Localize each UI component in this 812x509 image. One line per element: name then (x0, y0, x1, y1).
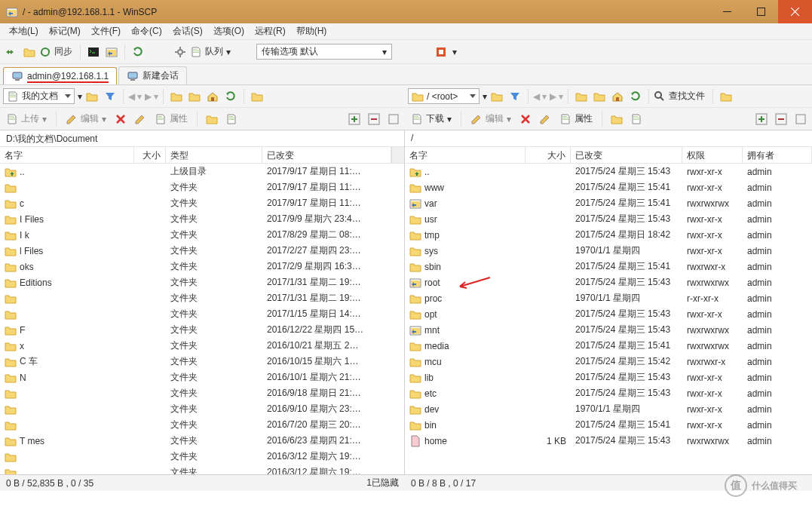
table-row[interactable]: media2017/5/24 星期三 15:41rwxrwxrwxadmin (405, 338, 812, 354)
table-row[interactable]: F文件夹2016/12/22 星期四 15… (0, 322, 404, 338)
col-name[interactable]: 名字 (0, 147, 134, 163)
remote-edit-button[interactable]: 编辑▾ (467, 111, 514, 127)
remote-drive-combo[interactable]: / <root> (408, 88, 480, 104)
remote-newfolder-button[interactable] (608, 111, 625, 127)
table-row[interactable]: 文件夹2016/7/20 星期三 20:… (0, 417, 404, 433)
remote-props-button[interactable]: 属性 (556, 111, 596, 127)
table-row[interactable]: mcu2017/5/24 星期三 15:42rwxrwxr-xadmin (405, 354, 812, 369)
download-button[interactable]: 下载▾ (408, 111, 455, 127)
remote-rename-button[interactable] (537, 111, 553, 127)
disconnect-button[interactable] (433, 44, 449, 60)
table-row[interactable]: 文件夹2016/3/12 星期六 19:… (0, 465, 404, 474)
table-row[interactable]: C 车文件夹2016/10/15 星期六 1… (0, 354, 404, 369)
table-row[interactable]: 文件夹2017/1/15 星期日 14:… (0, 306, 404, 322)
local-rename-button[interactable] (132, 111, 149, 127)
local-home-button[interactable] (204, 88, 221, 105)
remote-root-button[interactable] (591, 88, 608, 105)
table-row[interactable]: 文件夹2017/9/17 星期日 11:… (0, 179, 404, 195)
col-changed[interactable]: 已改变 (262, 147, 391, 163)
col-changed[interactable]: 已改变 (571, 147, 682, 163)
col-type[interactable]: 类型 (166, 147, 262, 163)
table-row[interactable]: tmp2017/5/24 星期日 18:42rwxr-xr-xadmin (405, 227, 812, 243)
transfer-settings-combo[interactable]: 传输选项 默认▾ (256, 44, 392, 60)
remote-collapse-button[interactable] (773, 111, 789, 127)
console-button[interactable] (85, 44, 102, 60)
table-row[interactable]: www2017/5/24 星期三 15:41rwxr-xr-xadmin (405, 179, 812, 195)
table-row[interactable]: ..2017/5/24 星期三 15:43rwxr-xr-xadmin (405, 164, 812, 179)
maximize-button[interactable] (744, 0, 778, 23)
table-row[interactable]: sbin2017/5/24 星期三 15:41rwxrwxr-xadmin (405, 259, 812, 274)
local-select-button[interactable] (385, 111, 402, 127)
compare-button[interactable] (3, 44, 20, 60)
col-owner[interactable]: 拥有者 (743, 147, 812, 163)
menu-remote[interactable]: 远程(R) (250, 23, 290, 39)
remote-delete-button[interactable] (517, 111, 534, 127)
col-name[interactable]: 名字 (405, 147, 526, 163)
menu-help[interactable]: 帮助(H) (292, 23, 332, 39)
local-path[interactable]: D:\我的文档\Document (0, 130, 404, 147)
menu-file[interactable]: 文件(F) (87, 23, 125, 39)
table-row[interactable]: home1 KB2017/5/24 星期三 15:43rwxrwxrwxadmi… (405, 433, 812, 449)
table-row[interactable]: lib2017/5/24 星期三 15:43rwxr-xr-xadmin (405, 369, 812, 385)
table-row[interactable]: T mes文件夹2016/6/23 星期四 21:… (0, 433, 404, 449)
remote-path[interactable]: / (405, 130, 812, 147)
sync-button[interactable]: 同步 (39, 45, 75, 58)
remote-home-button[interactable] (609, 88, 626, 105)
remote-refresh-button[interactable] (627, 88, 644, 105)
sync-folders-button[interactable] (21, 44, 38, 60)
col-size[interactable]: 大小 (526, 147, 571, 163)
table-row[interactable]: root2017/5/24 星期三 15:43rwxrwxrwxadmin (405, 274, 812, 290)
menu-options[interactable]: 选项(O) (209, 23, 249, 39)
remote-file-list[interactable]: ..2017/5/24 星期三 15:43rwxr-xr-xadminwww20… (405, 164, 812, 474)
local-expand-button[interactable] (346, 111, 363, 127)
settings-button[interactable] (172, 44, 188, 60)
close-button[interactable] (778, 0, 812, 23)
local-refresh-button[interactable] (222, 88, 239, 105)
local-parent-button[interactable] (168, 88, 185, 105)
table-row[interactable]: l Files文件夹2017/2/27 星期四 23:… (0, 243, 404, 259)
local-drive-combo[interactable]: 我的文档 (3, 88, 75, 104)
remote-select-button[interactable] (792, 111, 809, 127)
table-row[interactable]: sys1970/1/1 星期四rwxr-xr-xadmin (405, 243, 812, 259)
local-back-button[interactable] (84, 88, 100, 105)
col-perm[interactable]: 权限 (682, 147, 743, 163)
new-session-tab[interactable]: 新建会话 (118, 66, 187, 84)
minimize-button[interactable] (710, 0, 744, 23)
table-row[interactable]: opt2017/5/24 星期三 15:43rwxr-xr-xadmin (405, 306, 812, 322)
local-delete-button[interactable] (112, 111, 129, 127)
col-size[interactable]: 大小 (134, 147, 166, 163)
table-row[interactable]: dev1970/1/1 星期四rwxr-xr-xadmin (405, 401, 812, 417)
table-row[interactable]: ..上级目录2017/9/17 星期日 11:… (0, 164, 404, 179)
local-bookmark-button[interactable] (249, 88, 265, 105)
menu-session[interactable]: 会话(S) (168, 23, 207, 39)
table-row[interactable]: mnt2017/5/24 星期三 15:43rwxrwxrwxadmin (405, 322, 812, 338)
table-row[interactable]: N文件夹2016/10/1 星期六 21:… (0, 369, 404, 385)
menu-command[interactable]: 命令(C) (127, 23, 167, 39)
remote-expand-button[interactable] (753, 111, 770, 127)
upload-button[interactable]: 上传▾ (3, 111, 50, 127)
table-row[interactable]: var2017/5/24 星期三 15:41rwxrwxrwxadmin (405, 195, 812, 211)
local-root-button[interactable] (186, 88, 203, 105)
menu-local[interactable]: 本地(L) (5, 23, 43, 39)
local-props-button[interactable]: 属性 (152, 111, 191, 127)
table-row[interactable]: 文件夹2017/1/31 星期二 19:… (0, 290, 404, 306)
table-row[interactable]: I k文件夹2017/8/29 星期二 08:… (0, 227, 404, 243)
explorer-button[interactable] (103, 44, 120, 60)
sync-browse-button[interactable] (130, 44, 146, 60)
table-row[interactable]: 文件夹2016/9/10 星期六 23:… (0, 401, 404, 417)
local-edit-button[interactable]: 编辑▾ (63, 111, 109, 127)
local-newfile-button[interactable] (223, 111, 240, 127)
table-row[interactable]: usr2017/5/24 星期三 15:43rwxr-xr-xadmin (405, 211, 812, 227)
table-row[interactable]: Editions文件夹2017/1/31 星期二 19:… (0, 274, 404, 290)
table-row[interactable]: proc1970/1/1 星期四r-xr-xr-xadmin (405, 290, 812, 306)
table-row[interactable]: I Files文件夹2017/9/9 星期六 23:4… (0, 211, 404, 227)
table-row[interactable]: 文件夹2016/3/12 星期六 19:… (0, 449, 404, 465)
remote-filter-button[interactable] (507, 88, 523, 105)
session-tab-active[interactable]: admin@192.168.1.1 (3, 67, 117, 84)
local-newfolder-button[interactable] (204, 111, 220, 127)
remote-bookmark-button[interactable] (718, 88, 734, 105)
remote-find-button[interactable]: 查找文件 (654, 90, 708, 103)
table-row[interactable]: 文件夹2016/9/18 星期日 21:… (0, 385, 404, 401)
table-row[interactable]: etc2017/5/24 星期三 15:43rwxr-xr-xadmin (405, 385, 812, 401)
local-file-list[interactable]: ..上级目录2017/9/17 星期日 11:…文件夹2017/9/17 星期日… (0, 164, 404, 474)
